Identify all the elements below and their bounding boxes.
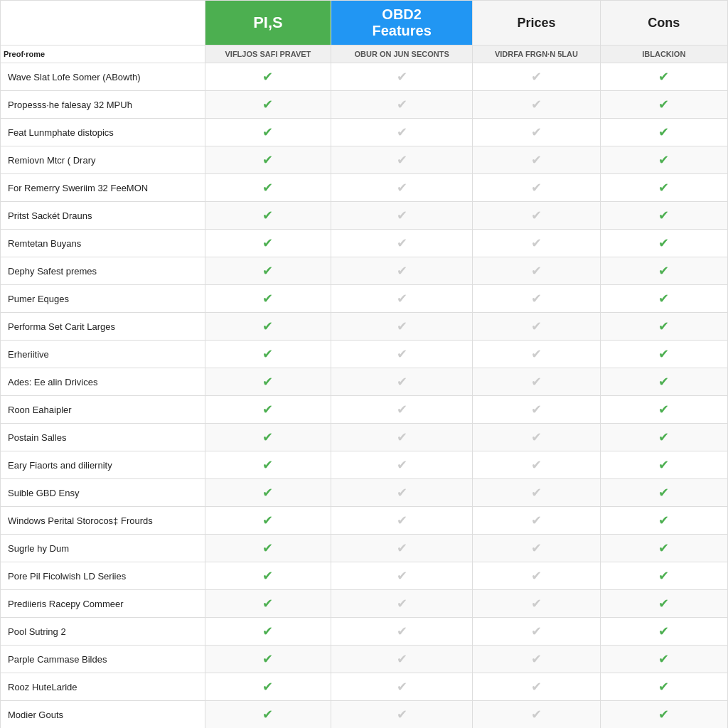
check-cell-col2: ✔ [331, 341, 472, 368]
check-green-icon: ✔ [262, 624, 273, 638]
check-cell-col3: ✔ [473, 119, 600, 146]
table-row: Erheriitive✔✔✔✔ [1, 341, 728, 368]
check-gray-icon: ✔ [397, 291, 407, 306]
table-row: Roon Eahaipler✔✔✔✔ [1, 396, 728, 424]
check-cell-col2: ✔ [331, 368, 472, 396]
check-green-icon: ✔ [262, 264, 273, 278]
check-cell-col1: ✔ [205, 590, 331, 618]
check-cell-col1: ✔ [205, 646, 331, 673]
check-green-icon: ✔ [262, 707, 273, 722]
table-row: Rooz HuteLaride✔✔✔✔ [1, 673, 728, 701]
feature-label: Pritst Sackét Drauns [1, 202, 205, 230]
check-cell-col4: ✔ [600, 535, 727, 562]
check-cell-col4: ✔ [600, 646, 727, 673]
check-cell-col1: ✔ [205, 673, 331, 701]
check-cell-col3: ✔ [473, 341, 600, 368]
check-cell-col4: ✔ [600, 313, 727, 341]
check-gray-icon: ✔ [531, 486, 542, 500]
check-cell-col2: ✔ [331, 285, 472, 313]
check-cell-col1: ✔ [205, 313, 331, 341]
feature-label: Postain Salles [1, 424, 205, 451]
feature-label: Pore Pil Ficolwish LD Seriies [1, 562, 205, 590]
check-cell-col2: ✔ [331, 701, 472, 729]
check-cell-col3: ✔ [473, 91, 600, 119]
check-cell-col4: ✔ [600, 673, 727, 701]
table-row: Remiovn Mtcr ( Drary✔✔✔✔ [1, 146, 728, 174]
table-row: Wave Slat Lofe Somer (ABowth)✔✔✔✔ [1, 63, 728, 91]
check-green-icon: ✔ [658, 680, 669, 694]
check-gray-icon: ✔ [397, 707, 407, 722]
check-green-icon: ✔ [658, 707, 669, 722]
subheader-col3-label: VIDRFA FRGN·N 5LAU [495, 50, 578, 58]
check-cell-col2: ✔ [331, 673, 472, 701]
col-obd2-header: OBD2Features [331, 1, 472, 46]
col-prices-header: Prices [473, 1, 600, 46]
feature-label: Feat Lunmphate distopics [1, 119, 205, 146]
subheader-col1: VIFLJOS SAFI PRAVET [205, 46, 331, 63]
check-cell-col2: ✔ [331, 424, 472, 451]
pis-label: PI,S [253, 14, 283, 31]
check-cell-col4: ✔ [600, 479, 727, 507]
check-green-icon: ✔ [262, 680, 273, 694]
table-row: Pool Sutring 2✔✔✔✔ [1, 618, 728, 646]
check-gray-icon: ✔ [531, 513, 542, 528]
check-cell-col3: ✔ [473, 590, 600, 618]
check-cell-col4: ✔ [600, 230, 727, 257]
check-cell-col3: ✔ [473, 257, 600, 285]
check-green-icon: ✔ [658, 458, 669, 472]
check-cell-col1: ✔ [205, 91, 331, 119]
feature-label: Parple Cammase Bildes [1, 646, 205, 673]
feature-label: Ades: Ee alin Drivices [1, 368, 205, 396]
check-cell-col2: ✔ [331, 91, 472, 119]
check-gray-icon: ✔ [531, 402, 542, 417]
feature-label: Rooz HuteLaride [1, 673, 205, 701]
check-gray-icon: ✔ [531, 181, 542, 195]
comparison-table: PI,S OBD2Features Prices Cons Preof·rome… [0, 0, 728, 728]
feature-label: Erheriitive [1, 341, 205, 368]
subheader-col2-label: OBUR ON JUN SECONTS [355, 50, 449, 58]
check-gray-icon: ✔ [531, 319, 542, 333]
check-cell-col1: ✔ [205, 535, 331, 562]
check-green-icon: ✔ [262, 430, 273, 444]
table-row: Postain Salles✔✔✔✔ [1, 424, 728, 451]
check-gray-icon: ✔ [531, 236, 542, 250]
table-row: Dephy Safest premes✔✔✔✔ [1, 257, 728, 285]
check-cell-col4: ✔ [600, 285, 727, 313]
check-gray-icon: ✔ [531, 707, 542, 722]
check-cell-col3: ✔ [473, 396, 600, 424]
check-green-icon: ✔ [262, 486, 273, 500]
check-green-icon: ✔ [658, 347, 669, 361]
check-gray-icon: ✔ [397, 70, 407, 84]
check-cell-col1: ✔ [205, 146, 331, 174]
feature-label: Modier Gouts [1, 701, 205, 729]
check-green-icon: ✔ [658, 291, 669, 306]
check-green-icon: ✔ [262, 541, 273, 555]
table-row: Pumer Equges✔✔✔✔ [1, 285, 728, 313]
check-cell-col3: ✔ [473, 63, 600, 91]
check-green-icon: ✔ [658, 236, 669, 250]
check-gray-icon: ✔ [397, 486, 407, 500]
check-cell-col4: ✔ [600, 451, 727, 479]
check-green-icon: ✔ [658, 181, 669, 195]
check-gray-icon: ✔ [397, 375, 407, 389]
check-green-icon: ✔ [262, 236, 273, 250]
subheader-col3: VIDRFA FRGN·N 5LAU [473, 46, 600, 63]
feature-label: Roon Eahaipler [1, 396, 205, 424]
check-cell-col2: ✔ [331, 451, 472, 479]
check-gray-icon: ✔ [397, 596, 407, 611]
table-row: Pritst Sackét Drauns✔✔✔✔ [1, 202, 728, 230]
feature-label: Remiovn Mtcr ( Drary [1, 146, 205, 174]
check-cell-col3: ✔ [473, 535, 600, 562]
check-gray-icon: ✔ [531, 153, 542, 167]
check-cell-col4: ✔ [600, 701, 727, 729]
check-green-icon: ✔ [262, 153, 273, 167]
check-cell-col4: ✔ [600, 396, 727, 424]
check-cell-col3: ✔ [473, 313, 600, 341]
check-cell-col1: ✔ [205, 341, 331, 368]
check-cell-col2: ✔ [331, 174, 472, 202]
table-row: Suible GBD Ensy✔✔✔✔ [1, 479, 728, 507]
check-cell-col3: ✔ [473, 618, 600, 646]
check-green-icon: ✔ [658, 153, 669, 167]
check-gray-icon: ✔ [531, 70, 542, 84]
check-cell-col4: ✔ [600, 174, 727, 202]
